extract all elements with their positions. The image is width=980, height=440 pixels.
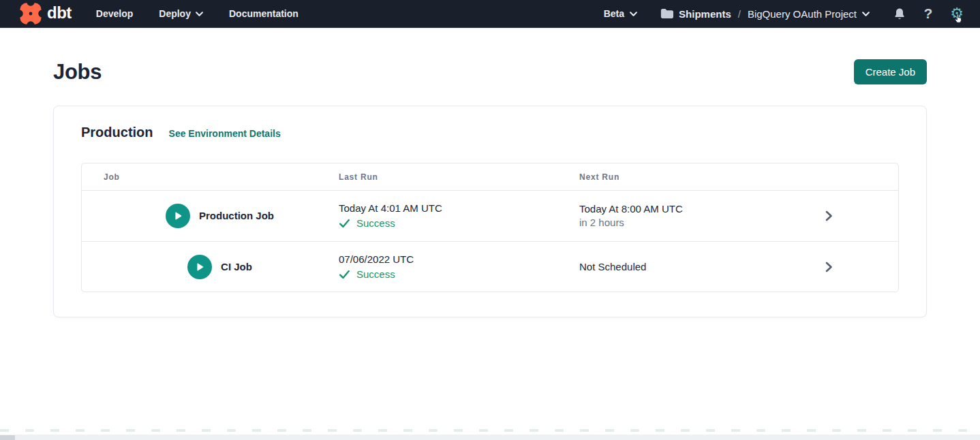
row-details-chevron[interactable] [823,261,834,273]
folder-icon [660,8,673,19]
column-header-job: Job [82,163,339,190]
bottom-dashed-divider [0,429,980,432]
jobs-table-header: Job Last Run Next Run [82,163,898,191]
environment-card: Production See Environment Details Job L… [53,106,927,317]
chevron-right-icon [823,261,834,273]
row-details-chevron[interactable] [823,210,834,222]
breadcrumb: Shipments / BigQuery OAuth Project [660,8,870,20]
nav-item-develop[interactable]: Develop [96,8,133,19]
next-run-time: Not Scheduled [579,260,804,274]
table-row-ci-job[interactable]: CI Job 07/06/2022 UTC Success Not Schedu… [82,241,898,292]
breadcrumb-project-dropdown[interactable]: BigQuery OAuth Project [748,8,870,20]
table-row-production-job[interactable]: Production Job Today At 4:01 AM UTC Succ… [82,191,898,241]
nav-item-documentation[interactable]: Documentation [229,8,298,19]
play-icon [194,262,205,272]
check-icon [339,270,350,279]
navbar-right: Beta Shipments / BigQuery OAuth Project … [604,5,965,22]
last-run-time: Today At 4:01 AM UTC [339,202,579,215]
job-name: CI Job [221,260,252,274]
top-navbar: dbt Develop Deploy Documentation Beta Sh… [0,0,980,28]
check-icon [339,219,350,228]
primary-nav: Develop Deploy Documentation [96,8,298,19]
next-run-note: in 2 hours [579,216,804,230]
dbt-logo[interactable]: dbt [19,2,72,25]
bottom-footer-edge [0,435,980,440]
job-name: Production Job [199,209,274,223]
dbt-pinwheel-icon [19,2,42,25]
settings-gear-icon[interactable]: ⚙ [949,5,965,22]
jobs-table: Job Last Run Next Run Production Job Tod… [81,163,899,292]
status-badge: Success [356,217,395,230]
last-run-time: 07/06/2022 UTC [339,253,579,266]
column-header-next-run: Next Run [579,163,804,190]
run-job-play-button[interactable] [187,255,212,279]
page-title: Jobs [53,60,102,84]
beta-dropdown[interactable]: Beta [604,8,637,19]
breadcrumb-separator: / [737,8,742,20]
run-job-play-button[interactable] [166,204,190,228]
chevron-down-icon [630,12,637,16]
column-header-last-run: Last Run [339,163,579,190]
nav-item-deploy[interactable]: Deploy [159,8,203,19]
environment-name: Production [81,125,153,140]
play-icon [172,210,183,221]
bottom-left-scroll-corner [0,435,15,440]
dbt-logo-text: dbt [47,5,72,23]
mouse-cursor-icon [953,13,964,27]
chevron-down-icon [196,12,203,16]
chevron-down-icon [862,12,870,16]
create-job-button[interactable]: Create Job [854,59,927,84]
see-environment-details-link[interactable]: See Environment Details [169,128,281,139]
chevron-right-icon [823,210,834,222]
breadcrumb-account[interactable]: Shipments [679,8,731,20]
main-content: Jobs Create Job Production See Environme… [0,59,980,317]
status-badge: Success [356,268,395,281]
help-icon[interactable]: ? [920,5,936,22]
notifications-bell-icon[interactable] [891,5,908,22]
next-run-time: Today At 8:00 AM UTC [579,202,804,216]
